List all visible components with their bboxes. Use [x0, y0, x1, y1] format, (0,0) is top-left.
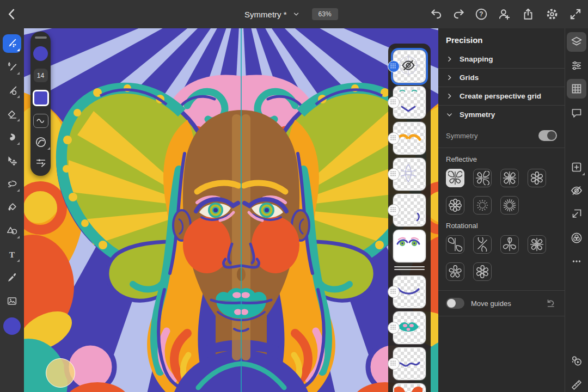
reflective-mirror-horizontal-button[interactable] — [473, 169, 492, 187]
motion-icon — [570, 354, 583, 367]
panel-switcher-bar — [565, 28, 588, 392]
chevron-right-icon — [446, 74, 453, 81]
reflective-mirror-vertical-button[interactable] — [446, 169, 464, 187]
layer-blend-button[interactable] — [567, 228, 586, 248]
ruler-icon — [570, 378, 583, 391]
layer-thumbnail-8[interactable] — [393, 311, 426, 344]
tool-eraser[interactable] — [3, 105, 21, 123]
brush-color-swatch[interactable] — [33, 90, 49, 106]
layer-thumbnail-10[interactable] — [393, 383, 426, 392]
comments-panel-button[interactable] — [567, 103, 586, 122]
reflective-mirror-16-button[interactable] — [500, 196, 519, 215]
reset-guides-icon[interactable] — [545, 297, 557, 309]
fullscreen-icon[interactable] — [568, 7, 583, 21]
zoom-level-badge[interactable]: 63% — [312, 8, 338, 20]
rotational-2-diagonal-button[interactable] — [473, 235, 492, 254]
symmetry-toggle-label: Symmetry — [446, 132, 478, 140]
settings-gear-icon[interactable] — [545, 7, 559, 21]
panel-title: Precision — [446, 35, 557, 45]
reflective-mirror-4-button[interactable] — [500, 169, 519, 187]
help-icon[interactable]: ? — [474, 7, 488, 21]
rotational-3-button[interactable] — [500, 235, 519, 254]
rotational-6-button[interactable] — [473, 262, 492, 281]
drag-handle[interactable] — [35, 36, 47, 39]
more-options-button[interactable] — [567, 252, 586, 271]
share-icon[interactable] — [521, 7, 535, 21]
blend-icon — [570, 231, 583, 244]
brush-preview-dot[interactable] — [33, 46, 48, 61]
layer-badge[interactable] — [388, 322, 400, 334]
tool-fill[interactable] — [3, 198, 21, 217]
layer-thumbnail-3[interactable] — [393, 122, 426, 155]
section-symmetry[interactable]: Symmetry — [446, 106, 557, 124]
ruler-button[interactable] — [567, 375, 586, 392]
layer-badge[interactable] — [388, 60, 400, 72]
add-layer-button[interactable] — [567, 157, 586, 177]
current-color-swatch[interactable] — [3, 317, 21, 335]
layer-transform-button[interactable] — [567, 204, 586, 224]
tool-eyedropper[interactable] — [3, 268, 21, 287]
section-snapping[interactable]: Snapping — [446, 50, 557, 68]
tool-text[interactable]: T — [3, 245, 21, 264]
layer-thumbnail-7[interactable] — [393, 275, 426, 308]
layer-thumbnail-1-selected[interactable] — [393, 50, 426, 83]
svg-text:?: ? — [479, 10, 483, 18]
layer-group-divider — [394, 266, 425, 272]
smoothing-button[interactable] — [33, 114, 48, 128]
layer-badge[interactable] — [388, 204, 400, 216]
rotational-5-button[interactable] — [446, 262, 464, 281]
brush-settings-button[interactable] — [35, 156, 47, 168]
eye-off-icon — [570, 184, 583, 197]
layer-thumbnail-9[interactable] — [393, 347, 426, 380]
tool-live-brush[interactable] — [3, 58, 21, 76]
reflective-mirror-8-button[interactable] — [446, 196, 464, 215]
mixer-brush-icon — [6, 84, 18, 96]
section-perspective-grid[interactable]: Create perspective grid — [446, 87, 557, 105]
tool-smudge[interactable] — [3, 128, 21, 146]
brush-size-field[interactable]: 14 — [34, 69, 48, 82]
layer-badge[interactable] — [388, 358, 400, 370]
section-grids[interactable]: Grids — [446, 69, 557, 87]
layer-badge[interactable] — [388, 96, 400, 108]
canvas[interactable] — [24, 28, 438, 392]
rotational-4-button[interactable] — [528, 235, 546, 254]
layer-visibility-button[interactable] — [567, 181, 586, 200]
tool-lasso-select[interactable] — [3, 175, 21, 193]
symmetry-toggle[interactable] — [538, 130, 557, 141]
precision-panel: Precision Snapping Grids Create perspect… — [438, 28, 565, 392]
add-collaborator-icon[interactable] — [497, 7, 511, 21]
layer-thumbnail-2[interactable] — [393, 86, 426, 119]
smudge-icon — [6, 131, 18, 143]
send-back-icon — [570, 207, 583, 220]
reflective-mirror-12-button[interactable] — [473, 196, 492, 215]
tool-place-image[interactable] — [3, 292, 21, 310]
layer-thumbnail-4[interactable] — [393, 158, 426, 191]
motion-button[interactable] — [567, 351, 586, 371]
rotational-2-button[interactable] — [446, 235, 464, 254]
reflective-mirror-6-button[interactable] — [528, 169, 546, 187]
redo-icon[interactable] — [452, 7, 466, 21]
undo-icon[interactable] — [429, 7, 443, 21]
tool-pixel-brush[interactable] — [3, 34, 21, 53]
back-icon[interactable] — [4, 7, 20, 22]
layers-panel-button[interactable] — [567, 32, 586, 52]
brush-options-panel[interactable]: 14 — [30, 32, 51, 176]
adjustments-panel-button[interactable] — [567, 56, 586, 75]
tool-move[interactable] — [3, 151, 21, 170]
document-title-menu[interactable]: Symmetry * 63% — [244, 0, 338, 28]
rotational-options — [446, 235, 557, 281]
move-icon — [6, 155, 18, 167]
tool-shapes[interactable] — [3, 222, 21, 240]
precision-panel-button[interactable] — [567, 79, 586, 99]
eyedropper-icon — [6, 272, 18, 284]
layer-thumbnail-5[interactable] — [393, 194, 426, 226]
move-guides-toggle[interactable] — [446, 298, 464, 309]
brush-engine-button[interactable] — [34, 136, 47, 149]
layer-badge[interactable] — [388, 286, 400, 298]
layer-badge[interactable] — [388, 168, 400, 180]
layer-badge[interactable] — [388, 132, 400, 144]
ellipsis-icon — [570, 255, 583, 268]
touch-shortcut-button[interactable] — [46, 358, 75, 388]
layer-thumbnail-6[interactable] — [393, 230, 426, 262]
tool-mixer-brush[interactable] — [3, 81, 21, 100]
